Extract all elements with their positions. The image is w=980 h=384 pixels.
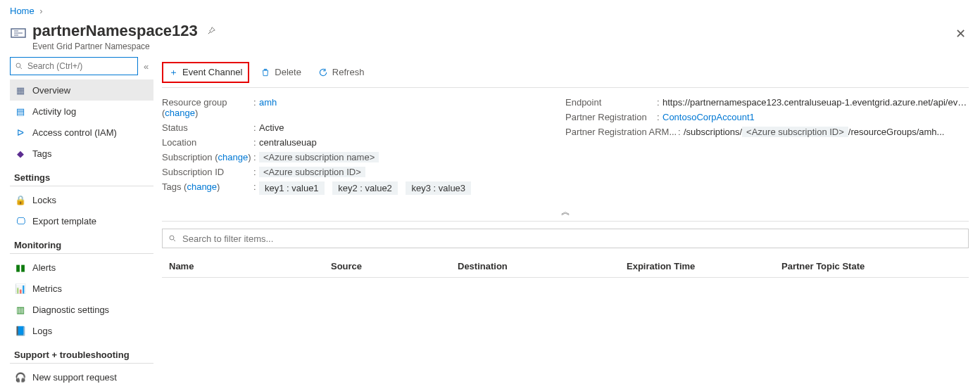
pin-icon[interactable] (206, 26, 216, 36)
sidebar-item-label: Overview (32, 85, 70, 96)
breadcrumb-separator: › (37, 6, 45, 16)
sidebar-search-input[interactable] (26, 60, 133, 72)
sidebar-item-diagnostic-settings[interactable]: ▥ Diagnostic settings (10, 299, 153, 320)
value-endpoint: https://partnernamespace123.centraluseua… (662, 97, 969, 108)
main-content: ＋ Event Channel Delete Refresh Resource … (159, 57, 980, 384)
value-tags: key1 : value1 key2 : value2 key3 : value… (259, 181, 565, 195)
label-subscription-id: Subscription ID (162, 167, 253, 177)
collapse-sidebar-icon[interactable]: « (144, 61, 149, 72)
value-resource-group[interactable]: amh (259, 97, 565, 108)
label-partner-registration-arm: Partner Registration ARM... (565, 127, 678, 137)
value-status: Active (259, 122, 565, 133)
breadcrumb: Home › (0, 0, 980, 19)
tags-icon: ◆ (14, 148, 27, 159)
sidebar-item-logs[interactable]: 📘 Logs (10, 320, 153, 341)
command-bar: ＋ Event Channel Delete Refresh (162, 57, 969, 88)
refresh-icon (318, 68, 328, 77)
collapse-essentials-icon[interactable]: ︽ (162, 203, 969, 222)
page-title-text: partnerNamespace123 (32, 22, 198, 40)
sidebar: « ▦ Overview ▤ Activity log ᐅ Access con… (0, 57, 159, 384)
essentials-pane: Resource group (change) : amh Status : A… (162, 88, 969, 203)
sidebar-item-locks[interactable]: 🔒 Locks (10, 189, 153, 210)
page-header: partnerNamespace123 Event Grid Partner N… (0, 19, 980, 57)
col-destination[interactable]: Destination (453, 255, 622, 277)
search-icon (168, 234, 177, 243)
sidebar-item-label: Metrics (32, 283, 62, 294)
sidebar-heading-settings: Settings (10, 164, 153, 186)
sidebar-heading-support: Support + troubleshooting (10, 341, 153, 364)
cmd-label: Refresh (332, 67, 365, 77)
refresh-button[interactable]: Refresh (313, 62, 370, 83)
label-subscription: Subscription (change) (162, 152, 253, 162)
metrics-icon: 📊 (14, 283, 27, 294)
value-partner-registration[interactable]: ContosoCorpAccount1 (662, 112, 969, 122)
delete-button[interactable]: Delete (255, 62, 307, 83)
export-template-icon: 🖵 (14, 216, 27, 226)
search-icon (15, 62, 23, 70)
sidebar-item-tags[interactable]: ◆ Tags (10, 143, 153, 164)
cmd-label: Event Channel (182, 67, 242, 77)
sidebar-item-label: Diagnostic settings (32, 305, 109, 315)
overview-icon: ▦ (14, 85, 27, 96)
activity-log-icon: ▤ (14, 106, 27, 117)
alerts-icon: ▮▮ (14, 262, 27, 273)
sidebar-heading-monitoring: Monitoring (10, 231, 153, 254)
value-partner-registration-arm: /subscriptions/<Azure subscription ID>/r… (684, 127, 969, 137)
tag-chip[interactable]: key2 : value2 (332, 181, 398, 195)
col-name[interactable]: Name (165, 255, 327, 277)
sidebar-item-metrics[interactable]: 📊 Metrics (10, 278, 153, 299)
filter-search[interactable] (162, 229, 969, 248)
close-icon[interactable]: ✕ (951, 22, 970, 46)
col-expiration[interactable]: Expiration Time (622, 255, 777, 277)
iam-icon: ᐅ (14, 127, 27, 138)
col-source[interactable]: Source (327, 255, 453, 277)
breadcrumb-home[interactable]: Home (10, 6, 34, 16)
sidebar-item-activity-log[interactable]: ▤ Activity log (10, 101, 153, 122)
label-partner-registration: Partner Registration (565, 112, 657, 122)
page-title: partnerNamespace123 (32, 22, 216, 40)
label-endpoint: Endpoint (565, 97, 657, 108)
label-tags: Tags (change) (162, 181, 253, 192)
label-resource-group: Resource group (change) (162, 97, 253, 118)
change-rg-link[interactable]: change (165, 108, 195, 118)
value-location: centraluseuap (259, 137, 565, 148)
value-subscription-id: <Azure subscription ID> (259, 167, 565, 177)
sidebar-search[interactable] (10, 57, 138, 75)
trash-icon (260, 68, 270, 77)
tag-chip[interactable]: key1 : value1 (259, 181, 325, 195)
resource-icon (10, 25, 27, 41)
plus-icon: ＋ (169, 66, 178, 79)
sidebar-item-iam[interactable]: ᐅ Access control (IAM) (10, 122, 153, 143)
sidebar-item-label: Alerts (32, 262, 56, 273)
change-subscription-link[interactable]: change (218, 152, 249, 162)
sidebar-item-label: Export template (32, 216, 96, 226)
grid-header: Name Source Destination Expiration Time … (162, 255, 969, 278)
event-channel-button[interactable]: ＋ Event Channel (162, 62, 249, 83)
sidebar-item-label: Tags (32, 148, 51, 159)
diagnostic-icon: ▥ (14, 305, 27, 315)
sidebar-item-overview[interactable]: ▦ Overview (10, 79, 153, 101)
sidebar-item-alerts[interactable]: ▮▮ Alerts (10, 257, 153, 278)
support-icon: 🎧 (14, 372, 27, 383)
lock-icon: 🔒 (14, 195, 27, 205)
label-status: Status (162, 122, 253, 133)
sidebar-item-label: New support request (32, 372, 117, 383)
svg-line-2 (20, 68, 23, 70)
sidebar-item-label: Logs (32, 326, 52, 336)
svg-point-1 (16, 63, 20, 68)
logs-icon: 📘 (14, 326, 27, 336)
col-partner-topic-state[interactable]: Partner Topic State (777, 255, 966, 277)
cmd-label: Delete (275, 67, 301, 77)
tag-chip[interactable]: key3 : value3 (406, 181, 471, 195)
sidebar-item-label: Activity log (32, 106, 76, 117)
filter-search-input[interactable] (181, 233, 962, 245)
label-location: Location (162, 137, 253, 148)
sidebar-item-export-template[interactable]: 🖵 Export template (10, 210, 153, 231)
sidebar-item-new-support-request[interactable]: 🎧 New support request (10, 366, 153, 384)
value-subscription: <Azure subscription name> (259, 152, 565, 162)
sidebar-item-label: Locks (32, 195, 56, 205)
sidebar-item-label: Access control (IAM) (32, 127, 117, 138)
change-tags-link[interactable]: change (187, 181, 217, 192)
svg-point-3 (170, 236, 174, 240)
page-subtitle: Event Grid Partner Namespace (32, 41, 216, 51)
